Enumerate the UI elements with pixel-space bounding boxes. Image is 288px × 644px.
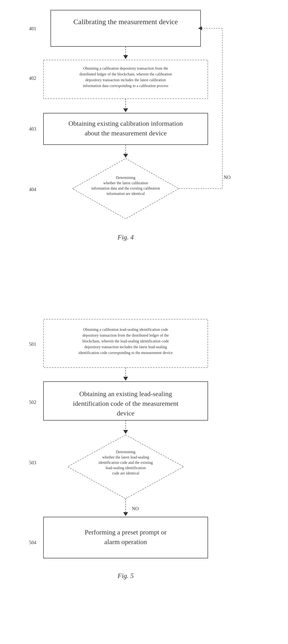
fig4-diagram: 401 Calibrating the measurement device 4…: [0, 5, 288, 310]
step-402-text: Obtaining a calibration depository trans…: [83, 66, 168, 70]
step-503-label: 503: [29, 460, 36, 465]
step-502-text3: device: [117, 410, 134, 417]
step-402-text3: depository transaction includes the late…: [85, 78, 166, 82]
svg-marker-5: [123, 108, 128, 112]
step-503-text2: whether the latest lead-sealing: [102, 455, 149, 460]
step-402-text2: distributed ledger of the blockchain, wh…: [79, 72, 172, 76]
step-403-text: Obtaining existing calibration informati…: [68, 120, 183, 127]
step-501-text5: identification code corresponding to the…: [78, 351, 173, 355]
no-arrowhead: [198, 26, 202, 30]
fig4-caption: Fig. 4: [117, 233, 134, 241]
step-401-label: 401: [29, 26, 36, 31]
step-404-text2: whether the latest calibration: [103, 181, 148, 185]
step-504-label: 504: [29, 540, 36, 545]
fig5-caption: Fig. 5: [117, 572, 134, 580]
step-404-label: 404: [29, 187, 36, 192]
step-503-text1: Determining: [116, 450, 136, 454]
step-501-text4: depository transaction includes the late…: [84, 345, 167, 349]
step-401-text: Calibrating the measurement device: [73, 18, 178, 26]
fig5-diagram: 501 Obtaining a calibration lead-sealing…: [0, 312, 288, 644]
step-403-text2: about the measurement device: [85, 130, 167, 137]
no-label: NO: [224, 174, 231, 180]
step-502-label: 502: [29, 400, 36, 405]
step-501-label: 501: [29, 342, 36, 347]
step-404-text3: information data and the existing calibr…: [91, 186, 160, 190]
step-501-text3: blockchain, wherein the lead-sealing ide…: [82, 339, 169, 344]
step-402-text4: information data corresponding to a cali…: [83, 84, 168, 88]
svg-marker-8: [123, 154, 128, 158]
svg-marker-2: [123, 55, 128, 59]
diagram-container: 401 Calibrating the measurement device 4…: [5, 5, 283, 644]
step-404-text1: Determining: [116, 176, 136, 180]
no-label-5: NO: [132, 506, 139, 511]
svg-marker-14: [123, 430, 128, 434]
step-502-text1: Obtaining an existing lead-sealing: [79, 390, 172, 398]
step-501-text2: depository transaction from the distribu…: [82, 333, 169, 338]
step-403-label: 403: [29, 126, 36, 132]
step-404-text4: information are identical: [107, 192, 145, 196]
step-503-text3: identification code and the existing: [99, 460, 153, 465]
svg-marker-11: [123, 377, 128, 381]
svg-marker-16: [123, 512, 128, 516]
step-502-text2: identification code of the measurement: [73, 400, 179, 407]
step-501-text1: Obtaining a calibration lead-sealing ide…: [83, 328, 168, 332]
step-503-text5: code are identical: [112, 471, 139, 475]
svg-rect-17: [43, 517, 208, 558]
svg-rect-6: [43, 113, 208, 144]
step-402-label: 402: [29, 76, 36, 81]
step-504-text2: alarm operation: [104, 538, 147, 546]
step-503-text4: lead-sealing identification: [106, 466, 146, 470]
svg-rect-9: [43, 319, 208, 368]
step-504-text1: Performing a preset prompt or: [85, 528, 167, 536]
svg-rect-0: [51, 10, 201, 46]
